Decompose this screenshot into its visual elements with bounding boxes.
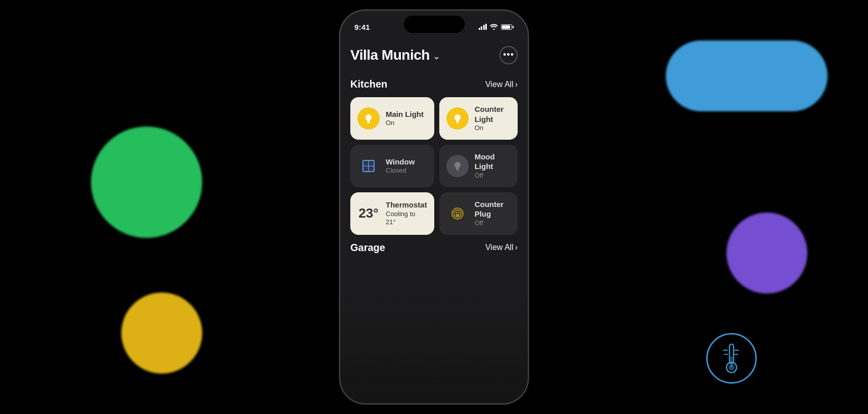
thermostat-card[interactable]: 23° Thermostat Cooling to 21°	[350, 192, 434, 235]
blob-blue	[666, 40, 828, 111]
counter-light-name: Counter Light	[475, 104, 511, 124]
kitchen-view-all[interactable]: View All ›	[485, 80, 518, 89]
thermostat-name: Thermostat	[386, 200, 427, 210]
kitchen-section-title: Kitchen	[350, 78, 387, 90]
main-light-name: Main Light	[386, 109, 424, 119]
dynamic-island	[404, 16, 465, 33]
blob-yellow	[121, 293, 202, 374]
mood-light-icon-wrap	[446, 155, 469, 177]
screen: 9:41	[340, 11, 528, 403]
more-icon: •••	[503, 50, 514, 59]
window-info: Window Closed	[386, 157, 415, 175]
svg-rect-22	[456, 169, 459, 170]
blob-purple	[726, 213, 807, 294]
bulb-off-icon	[451, 159, 464, 173]
thermostat-temp: 23°	[356, 205, 381, 221]
garage-view-all[interactable]: View All ›	[485, 243, 518, 252]
location-name: Villa Munich	[350, 47, 430, 63]
counter-light-card[interactable]: Counter Light On	[439, 97, 518, 140]
svg-rect-17	[364, 161, 368, 165]
app-header: Villa Munich ⌄ •••	[350, 42, 518, 64]
svg-rect-20	[370, 167, 373, 171]
window-icon	[361, 159, 376, 173]
counter-light-icon-wrap	[446, 107, 469, 130]
window-status: Closed	[386, 167, 415, 175]
kitchen-section-header: Kitchen View All ›	[350, 78, 518, 90]
phone-frame: 9:41	[339, 10, 529, 404]
plug-icon	[450, 206, 465, 221]
svg-point-3	[728, 364, 735, 370]
bulb-on-icon	[362, 112, 375, 125]
main-light-status: On	[386, 119, 424, 128]
counter-plug-info: Counter Plug Off	[475, 199, 511, 228]
window-icon-wrap	[357, 155, 380, 177]
main-light-info: Main Light On	[386, 109, 424, 128]
blob-green	[91, 127, 202, 238]
more-button[interactable]: •••	[499, 46, 518, 64]
svg-rect-27	[456, 212, 457, 214]
scroll-content: Villa Munich ⌄ ••• Kitchen View All ›	[340, 36, 528, 403]
svg-rect-23	[456, 170, 459, 171]
svg-rect-10	[368, 122, 370, 123]
thermometer-decoration	[706, 333, 757, 384]
mood-light-name: Mood Light	[475, 152, 511, 172]
svg-rect-19	[364, 167, 368, 171]
mood-light-card[interactable]: Mood Light Off	[439, 145, 518, 187]
svg-rect-9	[367, 121, 370, 122]
signal-icon	[479, 24, 487, 30]
mood-light-info: Mood Light Off	[475, 152, 511, 180]
garage-section-header: Garage View All ›	[350, 242, 518, 254]
status-icons	[479, 24, 514, 30]
battery-icon	[501, 24, 514, 30]
garage-chevron-right-icon: ›	[515, 243, 518, 252]
thermostat-status: Cooling to 21°	[386, 210, 427, 227]
counter-plug-icon-wrap	[446, 202, 469, 225]
status-time: 9:41	[354, 23, 370, 31]
window-name: Window	[386, 157, 415, 167]
counter-light-status: On	[475, 124, 511, 133]
svg-rect-18	[370, 161, 373, 165]
chevron-down-icon: ⌄	[433, 51, 440, 62]
main-light-icon-wrap	[357, 107, 380, 130]
counter-plug-status: Off	[475, 219, 511, 228]
thermostat-icon-wrap: 23°	[357, 202, 380, 225]
main-light-card[interactable]: Main Light On	[350, 97, 434, 140]
location-title[interactable]: Villa Munich ⌄	[350, 47, 440, 63]
counter-plug-card[interactable]: Counter Plug Off	[439, 192, 518, 235]
wifi-icon	[490, 24, 498, 30]
bulb-on-icon-2	[451, 112, 464, 125]
garage-section-title: Garage	[350, 242, 385, 254]
mood-light-status: Off	[475, 172, 511, 180]
svg-rect-13	[456, 122, 459, 123]
counter-plug-name: Counter Plug	[475, 199, 511, 219]
counter-light-info: Counter Light On	[475, 104, 511, 133]
svg-rect-12	[456, 121, 459, 122]
chevron-right-icon: ›	[515, 80, 518, 89]
thermostat-info: Thermostat Cooling to 21°	[386, 200, 427, 227]
svg-rect-28	[458, 212, 459, 214]
kitchen-device-grid: Main Light On Coun	[350, 97, 518, 235]
window-card[interactable]: Window Closed	[350, 145, 434, 187]
